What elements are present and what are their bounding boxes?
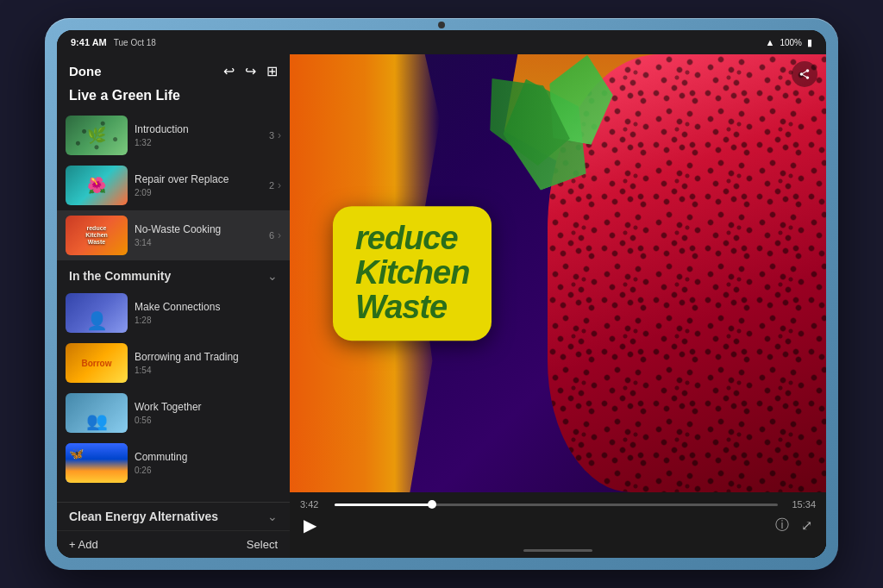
progress-row: 3:42 15:34 <box>300 499 816 510</box>
thumb-nowaste: reduceKitchenWaste <box>66 216 128 255</box>
video-info-connections: Make Connections 1:28 <box>128 301 281 325</box>
camera-notch <box>438 22 445 28</box>
video-title: Introduction <box>135 123 262 137</box>
video-item-commuting[interactable]: 🦋 Commuting 0:26 <box>57 438 290 488</box>
wifi-icon: ▲ <box>766 37 775 47</box>
reduce-waste-bubble: reduce Kitchen Waste <box>333 206 492 341</box>
filmstrip-icon[interactable]: ⊞ <box>266 63 278 79</box>
video-item-repair[interactable]: 🌺 Repair over Replace 2:09 2 › <box>57 160 290 210</box>
current-time: 3:42 <box>300 499 328 510</box>
home-indicator <box>523 549 592 552</box>
sidebar: Done ↩ ↪ ⊞ Live a Green Life 🌿 <box>57 54 290 558</box>
redo-icon[interactable]: ↪ <box>245 63 256 79</box>
video-title: Borrowing and Trading <box>135 351 274 365</box>
thumb-icon: 👥 <box>86 410 108 431</box>
status-date: Tue Oct 18 <box>114 38 156 47</box>
video-badge: 3 <box>269 130 274 141</box>
status-bar: 9:41 AM Tue Oct 18 ▲ 100% ▮ <box>57 30 826 54</box>
thumb-connections: 👤 <box>66 293 128 333</box>
bottom-actions: + Add Select <box>57 531 290 558</box>
video-duration: 1:54 <box>135 366 274 375</box>
info-button[interactable]: ⓘ <box>775 516 789 535</box>
video-text-line1: reduce <box>355 222 469 256</box>
thumb-repair: 🌺 <box>66 166 128 205</box>
video-title: Repair over Replace <box>135 173 262 187</box>
sidebar-scroll[interactable]: 🌿 Introduction 1:32 3 › 🌺 <box>57 110 290 502</box>
video-title: No-Waste Cooking <box>135 223 262 237</box>
video-badge: 2 <box>269 180 274 191</box>
video-info-nowaste: No-Waste Cooking 3:14 <box>128 223 269 247</box>
video-item-introduction[interactable]: 🌿 Introduction 1:32 3 › <box>57 110 290 160</box>
thumb-borrow: Borrow <box>66 343 128 383</box>
controls-row: ▶ ⓘ ⤢ <box>300 515 816 535</box>
thumb-commuting: 🦋 <box>66 443 128 483</box>
video-duration: 3:14 <box>135 238 262 247</box>
progress-dot <box>428 500 436 509</box>
chevron-right-icon: › <box>278 179 281 191</box>
select-button[interactable]: Select <box>247 538 278 551</box>
video-info-repair: Repair over Replace 2:09 <box>128 173 269 197</box>
section-title-energy: Clean Energy Alternatives <box>69 510 218 523</box>
thumb-introduction: 🌿 <box>66 116 128 155</box>
home-indicator-area <box>290 542 826 558</box>
share-icon <box>798 68 811 80</box>
status-time: 9:41 AM <box>71 37 107 47</box>
video-title: Work Together <box>135 401 274 415</box>
thumb-together: 👥 <box>66 393 128 433</box>
video-info-borrow: Borrowing and Trading 1:54 <box>128 351 281 375</box>
battery-indicator: 100% <box>780 38 802 47</box>
right-controls: ⓘ ⤢ <box>775 516 812 535</box>
video-duration: 2:09 <box>135 188 262 197</box>
add-button[interactable]: + Add <box>69 538 98 551</box>
play-button[interactable]: ▶ <box>304 515 316 535</box>
video-duration: 1:28 <box>135 316 274 325</box>
playlist-title: Live a Green Life <box>57 84 290 110</box>
chevron-down-icon: ⌄ <box>267 269 278 283</box>
video-text-line3: Waste <box>355 291 469 325</box>
thumb-icon: Borrow <box>82 359 112 368</box>
sidebar-header: Done ↩ ↪ ⊞ <box>57 54 290 84</box>
video-item-together[interactable]: 👥 Work Together 0:56 <box>57 388 290 438</box>
video-player: reduce Kitchen Waste 3:42 15: <box>290 54 826 558</box>
video-info-introduction: Introduction 1:32 <box>128 123 269 147</box>
video-badge: 6 <box>269 230 274 241</box>
video-title: Make Connections <box>135 301 274 315</box>
video-item-nowaste[interactable]: reduceKitchenWaste No-Waste Cooking 3:14… <box>57 210 290 260</box>
video-item-connections[interactable]: 👤 Make Connections 1:28 <box>57 288 290 338</box>
chevron-right-icon: › <box>278 229 281 241</box>
video-item-borrow[interactable]: Borrow Borrowing and Trading 1:54 <box>57 338 290 388</box>
sidebar-bottom: Clean Energy Alternatives ⌄ + Add Select <box>57 502 290 558</box>
player-controls: 3:42 15:34 ▶ ⓘ ⤢ <box>290 492 826 542</box>
video-info-together: Work Together 0:56 <box>128 401 281 425</box>
chevron-down-icon: ⌄ <box>267 510 278 523</box>
done-button[interactable]: Done <box>69 64 102 78</box>
video-duration: 0:26 <box>135 466 274 475</box>
undo-icon[interactable]: ↩ <box>223 63 235 79</box>
total-time: 15:34 <box>785 499 816 510</box>
video-text-line2: Kitchen <box>355 256 469 291</box>
share-button[interactable] <box>792 61 817 87</box>
thumb-icon: 🌿 <box>87 126 106 145</box>
fullscreen-button[interactable]: ⤢ <box>801 517 812 534</box>
section-title: In the Community <box>69 269 171 283</box>
video-duration: 1:32 <box>135 138 262 147</box>
video-canvas: reduce Kitchen Waste <box>290 54 826 492</box>
video-duration: 0:56 <box>135 416 274 425</box>
progress-bar[interactable] <box>335 504 778 506</box>
section-header-community[interactable]: In the Community ⌄ <box>57 260 290 288</box>
section-header-energy[interactable]: Clean Energy Alternatives ⌄ <box>57 503 290 531</box>
ipad-device: 9:41 AM Tue Oct 18 ▲ 100% ▮ Done ↩ ↪ ⊞ <box>45 18 838 570</box>
battery-icon: ▮ <box>807 37 812 48</box>
video-text: reduce Kitchen Waste <box>355 222 469 325</box>
video-info-commuting: Commuting 0:26 <box>128 451 281 475</box>
chevron-right-icon: › <box>278 129 281 141</box>
progress-fill <box>335 504 432 506</box>
video-title: Commuting <box>135 451 274 465</box>
thumb-icon: 👤 <box>86 310 108 331</box>
